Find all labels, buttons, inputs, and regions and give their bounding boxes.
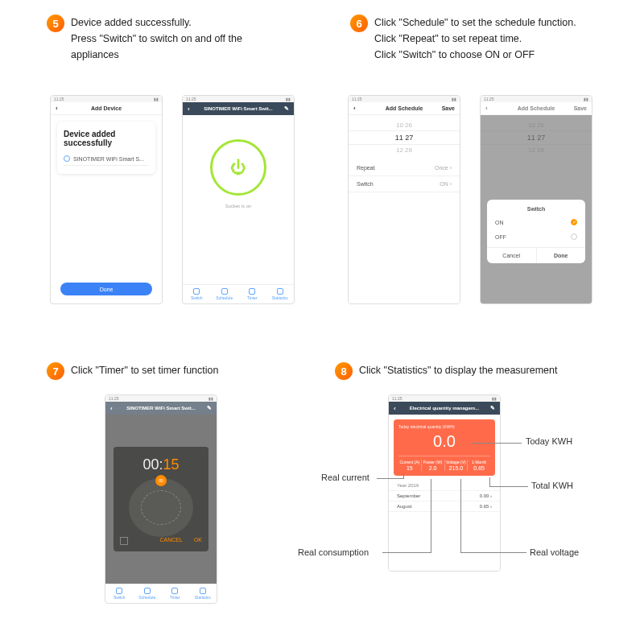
tab-timer[interactable]: Timer: [161, 584, 189, 603]
stats-card: Today electrical quantity (KWH) 0.0 Curr…: [394, 419, 495, 476]
anno-real-voltage: Real voltage: [530, 547, 579, 557]
phone-switch: 11:25▮▮ ‹ SINOTIMER WiFi Smart Swit... ✎…: [182, 95, 295, 304]
stat-power: Power (W)2.0: [422, 460, 445, 471]
status-bar: 11:25▮▮: [51, 96, 162, 102]
step-5-header: 5 Device added successfully. Press "Swit…: [47, 14, 320, 63]
phone-add-device: 11:25▮▮ ‹ Add Device Device added succes…: [50, 95, 163, 304]
tab-schedule[interactable]: Schedule: [211, 285, 239, 303]
back-icon: ‹: [485, 105, 488, 112]
status-bar: 11:25▮▮: [105, 395, 217, 402]
phone-timer: 11:25▮▮ ‹ SINOTIMER WiFi Smart Swit... ✎…: [105, 394, 217, 604]
appbar-title: Add Schedule: [518, 105, 555, 111]
repeat-value: Once: [435, 165, 448, 171]
cancel-button[interactable]: Cancel: [487, 248, 537, 263]
step5-line1: Device added successfully.: [71, 14, 242, 31]
status-bar: 11:25▮▮: [481, 96, 592, 102]
edit-icon[interactable]: ✎: [490, 405, 495, 411]
timer-clock[interactable]: 00: [129, 478, 193, 537]
back-icon[interactable]: ‹: [394, 405, 396, 412]
device-added-card: Device added successfully SINOTIMER WiFi…: [57, 122, 155, 174]
step6-line1: Click "Schedule" to set the schedule fun…: [374, 14, 576, 31]
time-picker[interactable]: 10 26 11 27 12 28: [349, 115, 460, 160]
tab-timer[interactable]: Timer: [238, 285, 266, 303]
option-on[interactable]: ON: [487, 215, 585, 229]
switch-value: ON: [440, 181, 448, 187]
timer-mode-icon[interactable]: [120, 537, 128, 545]
appbar-schedule: ‹ Add Schedule Save: [349, 102, 460, 115]
anno-line: [460, 479, 461, 553]
appbar-schedule: ‹ Add Schedule Save: [481, 102, 592, 115]
tab-statistics[interactable]: Statistics: [266, 285, 295, 303]
back-icon[interactable]: ‹: [56, 105, 58, 112]
anno-today-kwh: Today KWH: [526, 436, 572, 446]
socket-status: Socket is on: [183, 204, 294, 208]
stat-current: Current (A)15: [398, 460, 422, 471]
back-icon[interactable]: ‹: [188, 105, 190, 113]
step-6-header: 6 Click "Schedule" to set the schedule f…: [350, 14, 624, 63]
step-8-text: Click "Statistics" to display the measur…: [359, 362, 557, 378]
anno-real-consumption: Real consumption: [298, 547, 369, 557]
cancel-button[interactable]: CANCEL: [159, 537, 182, 545]
year-row: Year:2019: [389, 481, 500, 491]
status-bar: 11:25▮▮: [349, 96, 460, 102]
tab-switch[interactable]: Switch: [105, 584, 134, 603]
anno-line: [489, 477, 490, 487]
edit-icon[interactable]: ✎: [284, 105, 289, 112]
status-bar: 11:25▮▮: [183, 96, 294, 102]
save-button[interactable]: Save: [442, 105, 455, 111]
step-badge-5: 5: [47, 14, 64, 32]
done-button[interactable]: Done: [60, 283, 152, 295]
phone-schedule: 11:25▮▮ ‹ Add Schedule Save 10 26 11 27 …: [348, 95, 460, 304]
step-7-text: Click "Timer" to set timer function: [71, 362, 218, 378]
anno-line: [431, 479, 431, 553]
device-name: SINOTIMER WiFi Smart S...: [73, 156, 144, 162]
anno-real-current: Real current: [321, 473, 369, 482]
switch-row[interactable]: Switch ON ›: [349, 176, 460, 192]
anno-line: [460, 552, 526, 553]
stats-grid: Current (A)15 Power (W)2.0 Voltage (V)21…: [398, 456, 490, 471]
radio-unchecked-icon: [571, 233, 577, 240]
back-icon: ‹: [110, 405, 113, 412]
step5-line2: Press "Switch" to switch on and off the: [71, 31, 242, 47]
switch-sheet: Switch ON OFF Cancel Done: [487, 200, 585, 263]
anno-total-kwh: Total KWH: [531, 481, 573, 490]
timer-hours: 00: [142, 456, 159, 473]
repeat-row[interactable]: Repeat Once ›: [349, 160, 460, 176]
timer-minutes: 15: [163, 456, 180, 473]
appbar-title: SINOTIMER WiFi Smart Swit...: [204, 106, 272, 111]
month-row: August0.65 ›: [389, 502, 500, 512]
stats-card-title: Today electrical quantity (KWH): [398, 424, 490, 429]
power-button[interactable]: ⏻: [210, 139, 266, 196]
today-kwh-value: 0.0: [398, 432, 490, 451]
step-8-header: 8 Click "Statistics" to display the meas…: [335, 362, 625, 380]
tab-switch[interactable]: Switch: [183, 285, 211, 303]
tab-statistics[interactable]: Statistics: [189, 584, 217, 603]
clock-knob[interactable]: 00: [155, 475, 167, 486]
anno-line: [471, 443, 522, 444]
radio-checked-icon: [571, 219, 577, 225]
option-on-label: ON: [495, 220, 504, 225]
month-row: September0.00 ›: [389, 491, 500, 502]
appbar-add-device: ‹ Add Device: [51, 102, 162, 115]
step-badge-7: 7: [47, 362, 64, 380]
option-off[interactable]: OFF: [487, 229, 585, 244]
done-button[interactable]: Done: [537, 248, 586, 263]
step-badge-8: 8: [335, 362, 353, 380]
back-icon[interactable]: ‹: [353, 105, 356, 112]
status-bar: 11:25▮▮: [389, 395, 500, 402]
repeat-label: Repeat: [357, 165, 375, 171]
option-off-label: OFF: [495, 234, 506, 240]
appbar-title: SINOTIMER WiFi Smart Swit...: [126, 406, 195, 411]
timer-display: 00:15: [120, 456, 202, 473]
appbar-title: Add Device: [91, 105, 122, 111]
phone-statistics: 11:25▮▮ ‹ Electrical quantity managem...…: [388, 394, 501, 572]
stat-voltage: Voltage (V)215.0: [445, 460, 469, 471]
anno-line: [382, 552, 431, 553]
anno-line: [377, 478, 403, 479]
edit-icon: ✎: [207, 405, 212, 411]
phone-schedule-sheet: 11:25▮▮ ‹ Add Schedule Save 10 26 11 27 …: [480, 95, 592, 304]
ok-button[interactable]: OK: [194, 537, 202, 545]
tab-schedule[interactable]: Schedule: [134, 584, 162, 603]
step5-line3: appliances: [71, 47, 242, 63]
step-badge-6: 6: [350, 14, 368, 32]
